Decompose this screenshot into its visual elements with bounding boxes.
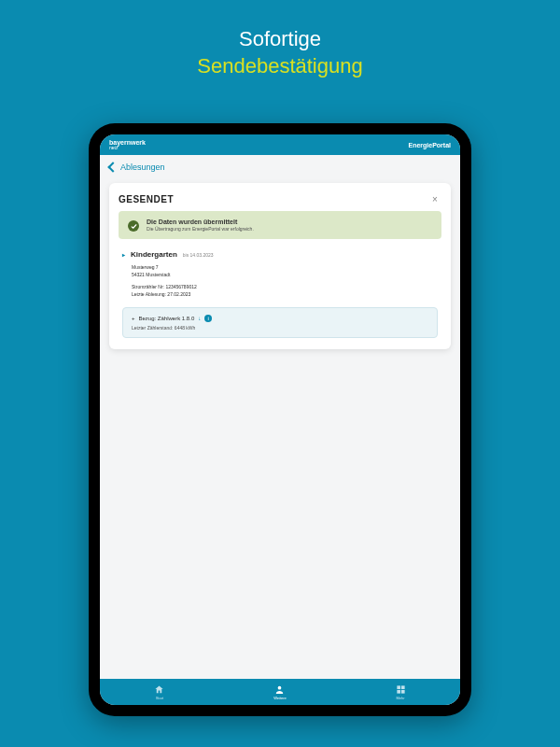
- close-icon[interactable]: ×: [428, 192, 441, 205]
- card-header: GESENDET ×: [119, 192, 441, 211]
- download-icon: ↓: [198, 316, 201, 321]
- nav-item-weitere[interactable]: Weitere: [273, 684, 287, 700]
- svg-point-0: [278, 685, 282, 689]
- check-circle-icon: [128, 220, 139, 232]
- meter-info: Stromzähler Nr: 123456789012 Letzte Able…: [132, 284, 438, 298]
- success-subtitle: Die Übertragung zum EnergiePortal war er…: [147, 226, 254, 232]
- reading-prefix: +: [132, 316, 135, 321]
- nav-item-start[interactable]: Start: [154, 684, 164, 700]
- nav-label-mehr: Mehr: [397, 696, 405, 700]
- address: Musterweg 7 54321 Musterstadt: [132, 264, 438, 278]
- location-name: Kindergarten: [131, 250, 177, 259]
- svg-rect-4: [401, 689, 405, 693]
- reading-row2: Letzter Zählerstand: 6448 kWh: [132, 325, 428, 331]
- reading-panel: + Bezug: Zählwerk 1.8.0 ↓ i Letzter Zähl…: [122, 307, 438, 338]
- last-reading-date: Letzte Ablesung: 27.02.2023: [132, 291, 438, 299]
- reading-row1: + Bezug: Zählwerk 1.8.0 ↓ i: [132, 315, 428, 322]
- back-label: Ablesungen: [120, 162, 165, 172]
- chevron-right-icon: ▸: [122, 251, 125, 258]
- back-button[interactable]: Ablesungen: [100, 155, 460, 176]
- brand: bayernwerk netz: [109, 139, 146, 150]
- location-row[interactable]: ▸ Kindergarten bis 14.03.2023: [122, 250, 438, 259]
- svg-rect-1: [397, 685, 400, 689]
- tablet-screen: bayernwerk netz EnergiePortal Ablesungen…: [100, 134, 460, 705]
- bottom-nav: Start Weitere Mehr: [100, 679, 460, 705]
- user-icon: [274, 684, 285, 695]
- city: 54321 Musterstadt: [132, 272, 438, 279]
- card-title: GESENDET: [119, 194, 174, 204]
- success-banner: Die Daten wurden übermittelt Die Übertra…: [119, 211, 441, 239]
- nav-item-mehr[interactable]: Mehr: [396, 684, 406, 700]
- promo-line1: Sofortige: [0, 26, 560, 53]
- app-bar: bayernwerk netz EnergiePortal: [100, 134, 460, 155]
- sent-card: GESENDET × Die Daten wurden übermittelt …: [109, 183, 451, 349]
- tablet-frame: bayernwerk netz EnergiePortal Ablesungen…: [89, 123, 471, 716]
- promo-title: Sofortige Sendebestätigung: [0, 0, 560, 79]
- reading-label: Bezug: Zählwerk 1.8.0: [139, 316, 195, 321]
- info-icon[interactable]: i: [204, 315, 212, 322]
- location-date: bis 14.03.2023: [183, 252, 214, 258]
- chevron-left-icon: [107, 162, 118, 172]
- street: Musterweg 7: [132, 264, 438, 272]
- meter-number: Stromzähler Nr: 123456789012: [132, 284, 438, 291]
- app-name: EnergiePortal: [408, 142, 451, 148]
- svg-rect-3: [397, 689, 400, 693]
- home-icon: [154, 684, 164, 695]
- brand-sub: netz: [109, 146, 146, 150]
- success-title: Die Daten wurden übermittelt: [147, 218, 254, 225]
- nav-label-start: Start: [156, 696, 163, 700]
- nav-label-weitere: Weitere: [273, 696, 287, 700]
- promo-line2: Sendebestätigung: [0, 53, 560, 80]
- details-block: ▸ Kindergarten bis 14.03.2023 Musterweg …: [119, 248, 441, 338]
- svg-rect-2: [401, 685, 405, 689]
- grid-icon: [396, 684, 406, 695]
